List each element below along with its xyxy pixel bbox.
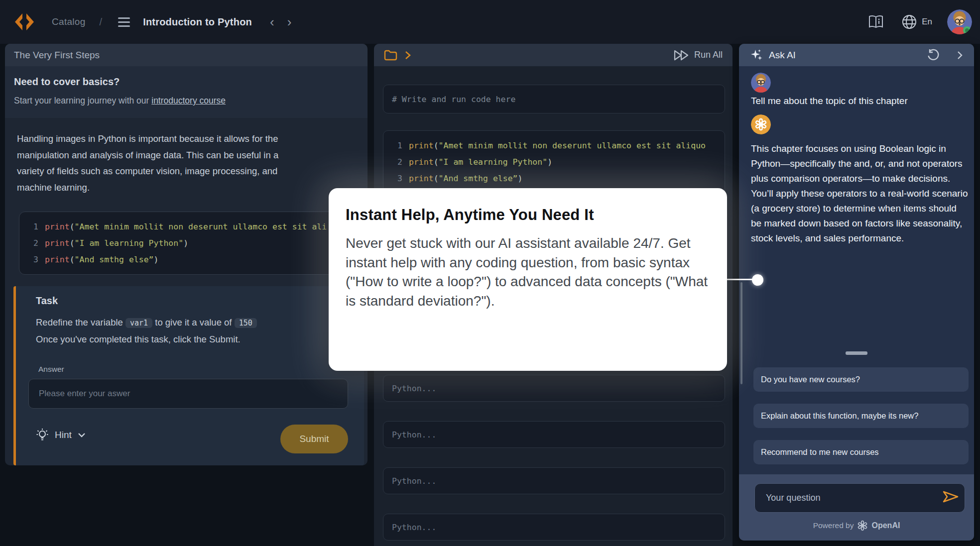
expand-chevron-icon[interactable] [404,50,411,60]
task-card: Task Redefine the variable var1 to give … [13,286,364,465]
user-avatar[interactable] [947,9,972,34]
suggestion-chip[interactable]: Recommend to me new courses [753,440,969,464]
python-cell[interactable]: Python... [383,375,725,402]
lesson-title: The Very First Steps [14,50,100,61]
ask-ai-header: Ask AI [739,44,974,66]
openai-label: OpenAI [871,521,900,530]
hint-chevron-down-icon [78,433,86,437]
chat-scrollbar[interactable] [740,282,742,384]
top-navbar: Catalog / Introduction to Python ‹ › En [0,0,980,44]
hint-label: Hint [55,430,72,440]
variable-chip: var1 [125,318,152,328]
powered-by: Powered by OpenAI [739,520,974,531]
tooltip-body: Never get stuck with our AI assistant av… [346,234,710,311]
collapse-panel-chevron-icon[interactable] [957,50,963,60]
submit-button[interactable]: Submit [280,425,348,453]
sparkles-icon [750,49,763,62]
assistant-avatar openai-avatar-icon [751,114,771,134]
code-line: 3print("And smthg else”) [391,170,717,187]
python-cells: Python...Python...Python...Python... [383,375,725,541]
reset-chat-icon[interactable] [927,49,940,62]
breadcrumb-catalog[interactable]: Catalog [52,16,86,27]
lesson-paragraph: Handling images in Python is important b… [17,131,290,196]
chat-user-avatar [751,73,771,93]
folder-icon[interactable] [384,50,397,61]
bulb-icon [36,428,49,442]
answer-label: Answer [38,365,64,374]
chapter-title: Introduction to Python [143,16,252,28]
language-selector[interactable]: En [922,17,932,27]
tooltip-title: Instant Help, Anytime You Need It [346,206,710,224]
scratch-cell[interactable]: # Write and run code here [383,85,725,113]
ask-ai-title: Ask AI [769,50,796,61]
menu-icon[interactable] [118,17,130,27]
code-line: 2print("I am learning Python") [391,154,717,170]
assistant-message: This chapter focuses on using Boolean lo… [751,141,968,246]
python-cell[interactable]: Python... [383,467,725,494]
user-message: Tell me about the topic of this chapter [751,96,967,107]
suggested-questions: Do you have new courses?Explain about th… [753,367,969,464]
run-all-label: Run All [694,50,723,60]
code-line: 3print("And smthg else”) [27,251,351,268]
question-input[interactable] [754,483,965,513]
task-instruction: Redefine the variable var1 to give it a … [36,317,257,328]
code-line: 2print("I am learning Python") [27,235,351,251]
basics-callout: Need to cover basics? Start your learnin… [5,66,368,118]
tooltip-connector-dot [752,274,763,286]
run-all-icon [673,50,689,61]
breadcrumb-separator: / [100,16,103,28]
hint-button[interactable]: Hint [36,428,86,442]
python-cell[interactable]: Python... [383,514,725,541]
basics-text: Start your learning journey with our int… [14,96,359,106]
openai-logo-icon [857,520,868,531]
send-icon[interactable] [942,490,959,503]
lesson-header: The Very First Steps [5,44,368,66]
task-heading: Task [36,295,58,307]
next-chapter-chevron-icon[interactable]: › [287,15,292,28]
suggestion-chip[interactable]: Explain about this function, maybe its n… [753,404,969,428]
answer-input[interactable] [28,379,348,409]
introductory-course-link[interactable]: introductory course [151,96,226,106]
globe-icon[interactable] [902,14,917,29]
editor-toolbar: Run All [374,44,733,66]
prev-chapter-chevron-icon[interactable]: ‹ [270,15,274,28]
ask-ai-panel: Ask AI Tell me about the topic of this c… [739,44,974,541]
suggestion-chip[interactable]: Do you have new courses? [753,367,969,392]
resize-handle[interactable] [846,351,867,355]
code-line: 1print("Amet minim mollit non deserunt u… [391,137,717,154]
brand-logo-icon[interactable] [13,11,36,32]
task-instruction-2: Once you've completed this task, click t… [36,334,241,345]
basics-heading: Need to cover basics? [14,76,359,88]
onboarding-tooltip: Instant Help, Anytime You Need It Never … [329,188,727,371]
handbook-icon[interactable] [868,15,884,29]
python-cell[interactable]: Python... [383,421,725,448]
lesson-code-sample: 1print("Amet minim mollit non deserunt u… [19,212,360,275]
lesson-panel: The Very First Steps Need to cover basic… [5,44,368,465]
code-line: 1print("Amet minim mollit non deserunt u… [27,218,351,235]
value-chip: 150 [235,318,257,328]
ask-ai-footer: Powered by OpenAI [739,474,974,541]
run-all-button[interactable]: Run All [673,50,723,61]
